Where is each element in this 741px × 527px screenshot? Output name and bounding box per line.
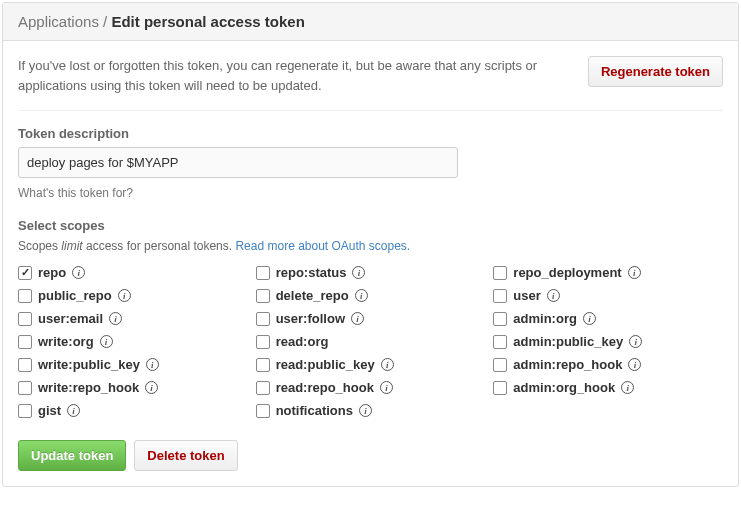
- scope-checkbox[interactable]: [18, 358, 32, 372]
- info-icon[interactable]: i: [118, 289, 131, 302]
- info-icon[interactable]: i: [381, 358, 394, 371]
- breadcrumb-current: Edit personal access token: [111, 13, 304, 30]
- scope-label[interactable]: delete_repo: [276, 288, 349, 303]
- info-icon[interactable]: i: [145, 381, 158, 394]
- token-description-input[interactable]: [18, 147, 458, 178]
- breadcrumb-parent[interactable]: Applications: [18, 13, 99, 30]
- scope-item: admin:repo_hooki: [493, 357, 723, 372]
- breadcrumb: Applications / Edit personal access toke…: [3, 3, 738, 41]
- token-description-label: Token description: [18, 126, 723, 141]
- scope-item: admin:org_hooki: [493, 380, 723, 395]
- regenerate-section: If you've lost or forgotten this token, …: [18, 56, 723, 111]
- scope-checkbox[interactable]: [493, 381, 507, 395]
- scope-item: gisti: [18, 403, 248, 418]
- scope-checkbox[interactable]: [256, 289, 270, 303]
- scope-label[interactable]: admin:public_key: [513, 334, 623, 349]
- scope-label[interactable]: repo: [38, 265, 66, 280]
- scope-label[interactable]: write:repo_hook: [38, 380, 139, 395]
- scope-label[interactable]: read:org: [276, 334, 329, 349]
- delete-token-button[interactable]: Delete token: [134, 440, 237, 471]
- scope-checkbox[interactable]: [493, 312, 507, 326]
- info-icon[interactable]: i: [72, 266, 85, 279]
- scope-checkbox[interactable]: [18, 312, 32, 326]
- info-icon[interactable]: i: [547, 289, 560, 302]
- update-token-button[interactable]: Update token: [18, 440, 126, 471]
- scope-item: repo_deploymenti: [493, 265, 723, 280]
- scope-item: write:public_keyi: [18, 357, 248, 372]
- scope-label[interactable]: admin:org: [513, 311, 577, 326]
- info-icon[interactable]: i: [146, 358, 159, 371]
- scope-checkbox[interactable]: [493, 335, 507, 349]
- scope-checkbox[interactable]: [256, 404, 270, 418]
- scope-checkbox[interactable]: [493, 266, 507, 280]
- scopes-description: Scopes limit access for personal tokens.…: [18, 239, 723, 253]
- oauth-scopes-link[interactable]: Read more about OAuth scopes.: [235, 239, 410, 253]
- scope-item: delete_repoi: [256, 288, 486, 303]
- select-scopes-label: Select scopes: [18, 218, 723, 233]
- scope-checkbox[interactable]: [256, 335, 270, 349]
- scope-item: public_repoi: [18, 288, 248, 303]
- scope-label[interactable]: write:org: [38, 334, 94, 349]
- scope-item: useri: [493, 288, 723, 303]
- scope-item: notificationsi: [256, 403, 486, 418]
- info-icon[interactable]: i: [621, 381, 634, 394]
- info-icon[interactable]: i: [380, 381, 393, 394]
- scope-label[interactable]: notifications: [276, 403, 353, 418]
- scope-item: repoi: [18, 265, 248, 280]
- scope-label[interactable]: read:repo_hook: [276, 380, 374, 395]
- scope-label[interactable]: public_repo: [38, 288, 112, 303]
- scope-checkbox[interactable]: [256, 266, 270, 280]
- info-icon[interactable]: i: [67, 404, 80, 417]
- scope-item: admin:orgi: [493, 311, 723, 326]
- scope-item: read:repo_hooki: [256, 380, 486, 395]
- info-icon[interactable]: i: [629, 335, 642, 348]
- scope-item: user:emaili: [18, 311, 248, 326]
- scope-label[interactable]: repo_deployment: [513, 265, 621, 280]
- token-description-help: What's this token for?: [18, 186, 723, 200]
- scope-item: write:orgi: [18, 334, 248, 349]
- scope-label[interactable]: read:public_key: [276, 357, 375, 372]
- scope-checkbox[interactable]: [256, 381, 270, 395]
- token-edit-panel: Applications / Edit personal access toke…: [2, 2, 739, 487]
- scope-item: user:followi: [256, 311, 486, 326]
- scope-item: repo:statusi: [256, 265, 486, 280]
- info-icon[interactable]: i: [351, 312, 364, 325]
- scope-item: read:org: [256, 334, 486, 349]
- regenerate-message: If you've lost or forgotten this token, …: [18, 56, 568, 95]
- scope-label[interactable]: write:public_key: [38, 357, 140, 372]
- scope-item: read:public_keyi: [256, 357, 486, 372]
- scope-checkbox[interactable]: [493, 358, 507, 372]
- scopes-grid: repoirepo:statusirepo_deploymentipublic_…: [18, 265, 723, 418]
- scope-checkbox[interactable]: [493, 289, 507, 303]
- scope-item: admin:public_keyi: [493, 334, 723, 349]
- info-icon[interactable]: i: [352, 266, 365, 279]
- scope-checkbox[interactable]: [256, 358, 270, 372]
- scope-checkbox[interactable]: [18, 335, 32, 349]
- scope-checkbox[interactable]: [18, 266, 32, 280]
- info-icon[interactable]: i: [583, 312, 596, 325]
- scope-label[interactable]: user:email: [38, 311, 103, 326]
- info-icon[interactable]: i: [109, 312, 122, 325]
- regenerate-token-button[interactable]: Regenerate token: [588, 56, 723, 87]
- breadcrumb-separator: /: [103, 13, 107, 30]
- scope-label[interactable]: admin:repo_hook: [513, 357, 622, 372]
- scope-label[interactable]: admin:org_hook: [513, 380, 615, 395]
- info-icon[interactable]: i: [628, 358, 641, 371]
- scope-label[interactable]: user: [513, 288, 540, 303]
- scope-checkbox[interactable]: [18, 381, 32, 395]
- scope-label[interactable]: gist: [38, 403, 61, 418]
- scope-checkbox[interactable]: [18, 404, 32, 418]
- info-icon[interactable]: i: [359, 404, 372, 417]
- form-actions: Update token Delete token: [18, 440, 723, 471]
- info-icon[interactable]: i: [355, 289, 368, 302]
- info-icon[interactable]: i: [100, 335, 113, 348]
- scope-label[interactable]: user:follow: [276, 311, 345, 326]
- scope-checkbox[interactable]: [18, 289, 32, 303]
- info-icon[interactable]: i: [628, 266, 641, 279]
- scope-item: write:repo_hooki: [18, 380, 248, 395]
- scope-checkbox[interactable]: [256, 312, 270, 326]
- scope-label[interactable]: repo:status: [276, 265, 347, 280]
